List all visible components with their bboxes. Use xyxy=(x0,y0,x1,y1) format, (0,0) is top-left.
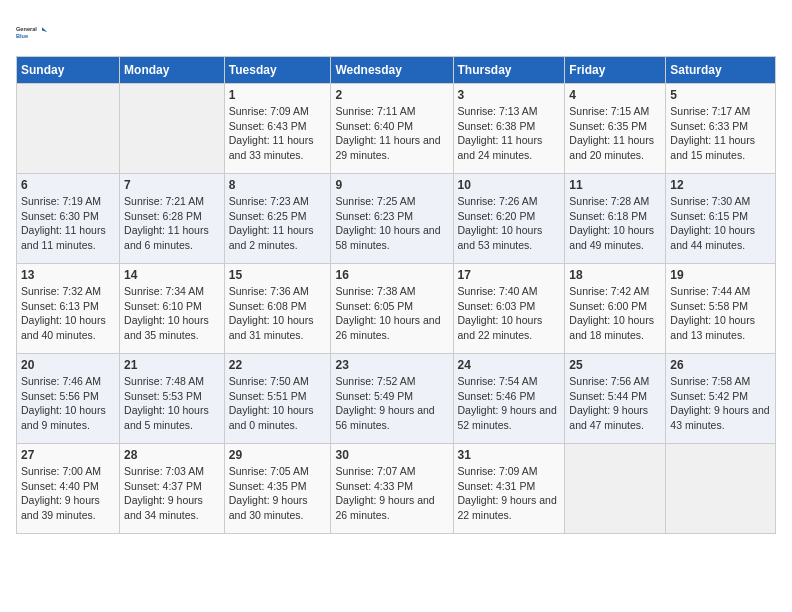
day-number: 2 xyxy=(335,88,448,102)
day-number: 4 xyxy=(569,88,661,102)
calendar-cell: 21Sunrise: 7:48 AM Sunset: 5:53 PM Dayli… xyxy=(120,354,225,444)
calendar-cell: 31Sunrise: 7:09 AM Sunset: 4:31 PM Dayli… xyxy=(453,444,565,534)
day-number: 31 xyxy=(458,448,561,462)
day-info: Sunrise: 7:17 AM Sunset: 6:33 PM Dayligh… xyxy=(670,104,771,163)
calendar-cell: 8Sunrise: 7:23 AM Sunset: 6:25 PM Daylig… xyxy=(224,174,331,264)
calendar-cell: 25Sunrise: 7:56 AM Sunset: 5:44 PM Dayli… xyxy=(565,354,666,444)
day-number: 28 xyxy=(124,448,220,462)
day-info: Sunrise: 7:19 AM Sunset: 6:30 PM Dayligh… xyxy=(21,194,115,253)
day-number: 10 xyxy=(458,178,561,192)
day-info: Sunrise: 7:09 AM Sunset: 6:43 PM Dayligh… xyxy=(229,104,327,163)
day-number: 16 xyxy=(335,268,448,282)
day-info: Sunrise: 7:09 AM Sunset: 4:31 PM Dayligh… xyxy=(458,464,561,523)
day-info: Sunrise: 7:30 AM Sunset: 6:15 PM Dayligh… xyxy=(670,194,771,253)
calendar-week-row: 6Sunrise: 7:19 AM Sunset: 6:30 PM Daylig… xyxy=(17,174,776,264)
day-info: Sunrise: 7:15 AM Sunset: 6:35 PM Dayligh… xyxy=(569,104,661,163)
day-number: 22 xyxy=(229,358,327,372)
day-number: 13 xyxy=(21,268,115,282)
day-info: Sunrise: 7:46 AM Sunset: 5:56 PM Dayligh… xyxy=(21,374,115,433)
day-info: Sunrise: 7:32 AM Sunset: 6:13 PM Dayligh… xyxy=(21,284,115,343)
calendar-cell xyxy=(565,444,666,534)
calendar-cell: 15Sunrise: 7:36 AM Sunset: 6:08 PM Dayli… xyxy=(224,264,331,354)
calendar-cell: 19Sunrise: 7:44 AM Sunset: 5:58 PM Dayli… xyxy=(666,264,776,354)
calendar-table: SundayMondayTuesdayWednesdayThursdayFrid… xyxy=(16,56,776,534)
day-number: 23 xyxy=(335,358,448,372)
day-number: 3 xyxy=(458,88,561,102)
day-header-saturday: Saturday xyxy=(666,57,776,84)
calendar-cell: 28Sunrise: 7:03 AM Sunset: 4:37 PM Dayli… xyxy=(120,444,225,534)
calendar-cell: 11Sunrise: 7:28 AM Sunset: 6:18 PM Dayli… xyxy=(565,174,666,264)
calendar-cell: 12Sunrise: 7:30 AM Sunset: 6:15 PM Dayli… xyxy=(666,174,776,264)
day-number: 29 xyxy=(229,448,327,462)
day-header-tuesday: Tuesday xyxy=(224,57,331,84)
calendar-cell: 6Sunrise: 7:19 AM Sunset: 6:30 PM Daylig… xyxy=(17,174,120,264)
calendar-cell: 30Sunrise: 7:07 AM Sunset: 4:33 PM Dayli… xyxy=(331,444,453,534)
day-info: Sunrise: 7:34 AM Sunset: 6:10 PM Dayligh… xyxy=(124,284,220,343)
day-number: 14 xyxy=(124,268,220,282)
day-info: Sunrise: 7:54 AM Sunset: 5:46 PM Dayligh… xyxy=(458,374,561,433)
day-number: 11 xyxy=(569,178,661,192)
calendar-cell: 5Sunrise: 7:17 AM Sunset: 6:33 PM Daylig… xyxy=(666,84,776,174)
day-info: Sunrise: 7:03 AM Sunset: 4:37 PM Dayligh… xyxy=(124,464,220,523)
day-info: Sunrise: 7:42 AM Sunset: 6:00 PM Dayligh… xyxy=(569,284,661,343)
calendar-cell xyxy=(17,84,120,174)
calendar-cell: 10Sunrise: 7:26 AM Sunset: 6:20 PM Dayli… xyxy=(453,174,565,264)
svg-marker-2 xyxy=(42,27,47,32)
calendar-cell: 22Sunrise: 7:50 AM Sunset: 5:51 PM Dayli… xyxy=(224,354,331,444)
day-info: Sunrise: 7:23 AM Sunset: 6:25 PM Dayligh… xyxy=(229,194,327,253)
day-number: 8 xyxy=(229,178,327,192)
calendar-cell: 27Sunrise: 7:00 AM Sunset: 4:40 PM Dayli… xyxy=(17,444,120,534)
calendar-cell xyxy=(120,84,225,174)
logo: GeneralBlue xyxy=(16,16,48,48)
calendar-cell: 24Sunrise: 7:54 AM Sunset: 5:46 PM Dayli… xyxy=(453,354,565,444)
day-number: 20 xyxy=(21,358,115,372)
day-header-monday: Monday xyxy=(120,57,225,84)
calendar-cell: 2Sunrise: 7:11 AM Sunset: 6:40 PM Daylig… xyxy=(331,84,453,174)
calendar-cell: 18Sunrise: 7:42 AM Sunset: 6:00 PM Dayli… xyxy=(565,264,666,354)
day-number: 6 xyxy=(21,178,115,192)
day-info: Sunrise: 7:40 AM Sunset: 6:03 PM Dayligh… xyxy=(458,284,561,343)
day-number: 25 xyxy=(569,358,661,372)
day-info: Sunrise: 7:48 AM Sunset: 5:53 PM Dayligh… xyxy=(124,374,220,433)
calendar-cell: 29Sunrise: 7:05 AM Sunset: 4:35 PM Dayli… xyxy=(224,444,331,534)
calendar-cell: 7Sunrise: 7:21 AM Sunset: 6:28 PM Daylig… xyxy=(120,174,225,264)
calendar-cell: 1Sunrise: 7:09 AM Sunset: 6:43 PM Daylig… xyxy=(224,84,331,174)
day-number: 7 xyxy=(124,178,220,192)
calendar-cell: 26Sunrise: 7:58 AM Sunset: 5:42 PM Dayli… xyxy=(666,354,776,444)
day-number: 19 xyxy=(670,268,771,282)
day-info: Sunrise: 7:00 AM Sunset: 4:40 PM Dayligh… xyxy=(21,464,115,523)
day-number: 1 xyxy=(229,88,327,102)
day-info: Sunrise: 7:44 AM Sunset: 5:58 PM Dayligh… xyxy=(670,284,771,343)
calendar-week-row: 13Sunrise: 7:32 AM Sunset: 6:13 PM Dayli… xyxy=(17,264,776,354)
calendar-cell: 9Sunrise: 7:25 AM Sunset: 6:23 PM Daylig… xyxy=(331,174,453,264)
day-number: 17 xyxy=(458,268,561,282)
day-number: 26 xyxy=(670,358,771,372)
day-info: Sunrise: 7:13 AM Sunset: 6:38 PM Dayligh… xyxy=(458,104,561,163)
calendar-cell: 4Sunrise: 7:15 AM Sunset: 6:35 PM Daylig… xyxy=(565,84,666,174)
svg-text:Blue: Blue xyxy=(16,33,28,39)
day-info: Sunrise: 7:28 AM Sunset: 6:18 PM Dayligh… xyxy=(569,194,661,253)
calendar-week-row: 20Sunrise: 7:46 AM Sunset: 5:56 PM Dayli… xyxy=(17,354,776,444)
day-header-friday: Friday xyxy=(565,57,666,84)
day-info: Sunrise: 7:05 AM Sunset: 4:35 PM Dayligh… xyxy=(229,464,327,523)
calendar-week-row: 1Sunrise: 7:09 AM Sunset: 6:43 PM Daylig… xyxy=(17,84,776,174)
day-info: Sunrise: 7:38 AM Sunset: 6:05 PM Dayligh… xyxy=(335,284,448,343)
day-number: 9 xyxy=(335,178,448,192)
day-header-sunday: Sunday xyxy=(17,57,120,84)
calendar-week-row: 27Sunrise: 7:00 AM Sunset: 4:40 PM Dayli… xyxy=(17,444,776,534)
day-number: 27 xyxy=(21,448,115,462)
day-number: 5 xyxy=(670,88,771,102)
day-number: 21 xyxy=(124,358,220,372)
day-info: Sunrise: 7:11 AM Sunset: 6:40 PM Dayligh… xyxy=(335,104,448,163)
calendar-cell: 16Sunrise: 7:38 AM Sunset: 6:05 PM Dayli… xyxy=(331,264,453,354)
day-info: Sunrise: 7:56 AM Sunset: 5:44 PM Dayligh… xyxy=(569,374,661,433)
day-header-thursday: Thursday xyxy=(453,57,565,84)
day-info: Sunrise: 7:07 AM Sunset: 4:33 PM Dayligh… xyxy=(335,464,448,523)
day-info: Sunrise: 7:52 AM Sunset: 5:49 PM Dayligh… xyxy=(335,374,448,433)
calendar-cell: 17Sunrise: 7:40 AM Sunset: 6:03 PM Dayli… xyxy=(453,264,565,354)
day-number: 30 xyxy=(335,448,448,462)
day-number: 15 xyxy=(229,268,327,282)
calendar-cell xyxy=(666,444,776,534)
calendar-header-row: SundayMondayTuesdayWednesdayThursdayFrid… xyxy=(17,57,776,84)
day-number: 24 xyxy=(458,358,561,372)
